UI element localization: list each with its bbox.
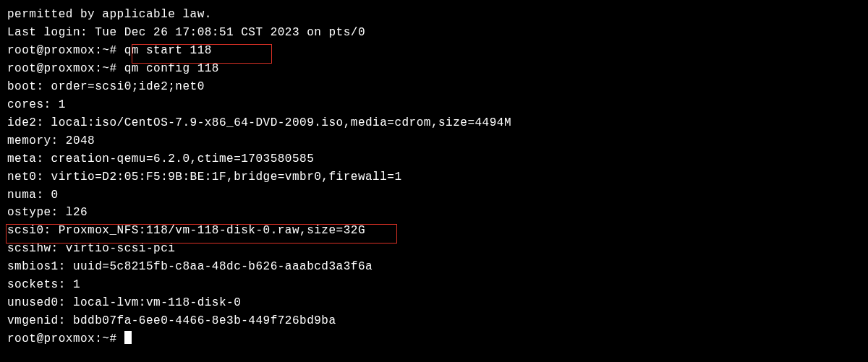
terminal-prompt-line[interactable]: root@proxmox:~# bbox=[7, 330, 861, 348]
terminal-line-output: ostype: l26 bbox=[7, 204, 861, 222]
terminal-prompt: root@proxmox:~# bbox=[7, 332, 124, 345]
terminal-line-output: vmgenid: bddb07fa-6ee0-4466-8e3b-449f726… bbox=[7, 312, 861, 330]
terminal-cursor bbox=[124, 331, 132, 344]
terminal-line-output: scsihw: virtio-scsi-pci bbox=[7, 240, 861, 258]
terminal-line-output: cores: 1 bbox=[7, 96, 861, 114]
terminal-line-command-highlighted: root@proxmox:~# qm config 118 bbox=[7, 60, 861, 78]
terminal-line-output: sockets: 1 bbox=[7, 276, 861, 294]
terminal-line-command: root@proxmox:~# qm start 118 bbox=[7, 42, 861, 60]
terminal-line-output: ide2: local:iso/CentOS-7.9-x86_64-DVD-20… bbox=[7, 114, 861, 132]
terminal-line-output: meta: creation-qemu=6.2.0,ctime=17035805… bbox=[7, 150, 861, 168]
terminal-line-output: memory: 2048 bbox=[7, 132, 861, 150]
terminal-line-output-highlighted: scsi0: Proxmox_NFS:118/vm-118-disk-0.raw… bbox=[7, 222, 861, 240]
terminal-line-output: unused0: local-lvm:vm-118-disk-0 bbox=[7, 294, 861, 312]
terminal-line: permitted by applicable law. bbox=[7, 6, 861, 24]
terminal-line-output: numa: 0 bbox=[7, 186, 861, 204]
terminal-line-output: net0: virtio=D2:05:F5:9B:BE:1F,bridge=vm… bbox=[7, 168, 861, 186]
terminal-line-output: smbios1: uuid=5c8215fb-c8aa-48dc-b626-aa… bbox=[7, 258, 861, 276]
terminal-line-output: boot: order=scsi0;ide2;net0 bbox=[7, 78, 861, 96]
terminal-line: Last login: Tue Dec 26 17:08:51 CST 2023… bbox=[7, 24, 861, 42]
